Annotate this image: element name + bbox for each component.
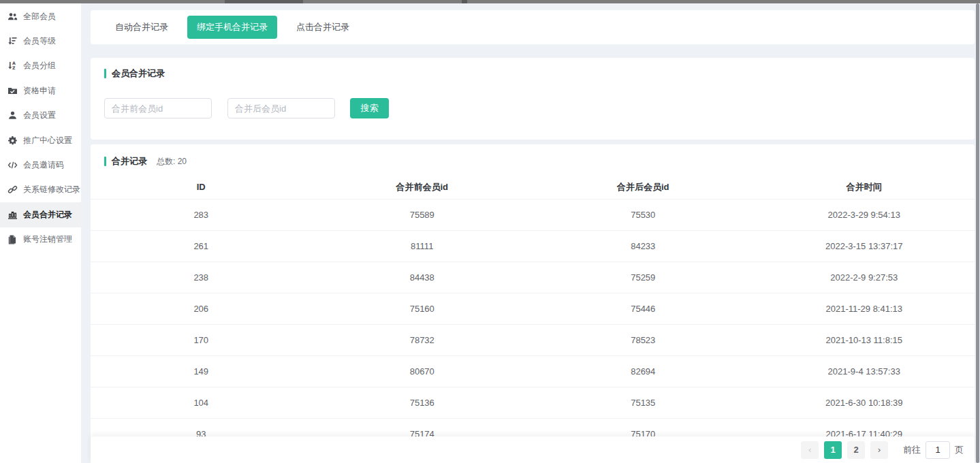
cell-after-id: 78523 (533, 324, 754, 355)
sidebar-item-label: 推广中心设置 (23, 135, 72, 146)
table-row: 104 75136 75135 2021-6-30 10:18:39 (91, 387, 975, 418)
cell-after-id: 75446 (533, 293, 754, 324)
cell-before-id: 84438 (312, 261, 533, 293)
goto-label: 前往 (903, 444, 921, 456)
goto-unit-label: 页 (955, 444, 964, 456)
table-row: 283 75589 75530 2022-3-29 9:54:13 (91, 199, 975, 230)
sidebar-item-promotion-settings[interactable]: 推广中心设置 (0, 128, 81, 153)
cell-id: 283 (91, 199, 312, 230)
cell-after-id: 75259 (533, 261, 754, 293)
browser-tab-divider (225, 0, 303, 3)
cell-after-id: 75135 (533, 387, 754, 418)
sidebar-item-member-group[interactable]: AZ 会员分组 (0, 54, 81, 78)
records-section-title: 合并记录 总数: 20 (91, 155, 975, 167)
cell-after-id: 84233 (533, 230, 754, 261)
cell-id: 149 (91, 355, 312, 387)
user-icon (7, 110, 18, 121)
cell-merge-time: 2021-10-13 11:8:15 (754, 324, 975, 355)
pager: ‹ 1 2 › (801, 441, 888, 459)
accent-bar (104, 157, 106, 166)
cell-before-id: 78732 (312, 324, 533, 355)
main-content: 自动合并记录 绑定手机合并记录 点击合并记录 会员合并记录 搜索 合并记录 总数… (91, 3, 975, 463)
tab-click-merge[interactable]: 点击合并记录 (287, 16, 359, 39)
cell-before-id: 75160 (312, 293, 533, 324)
col-header-merge-time: 合并时间 (754, 176, 975, 199)
accent-bar (104, 69, 106, 78)
table-row: 261 81111 84233 2022-3-15 13:37:17 (91, 230, 975, 261)
folder-check-icon (7, 86, 18, 96)
cell-before-id: 75136 (312, 387, 533, 418)
col-header-id: ID (91, 176, 312, 199)
sidebar-item-label: 全部会员 (23, 11, 56, 22)
cell-before-id: 80670 (312, 355, 533, 387)
tab-bar: 自动合并记录 绑定手机合并记录 点击合并记录 (91, 10, 975, 44)
table-row: 206 75160 75446 2021-11-29 8:41:13 (91, 293, 975, 324)
sidebar-item-label: 会员等级 (23, 35, 56, 47)
sidebar-item-label: 会员合并记录 (23, 209, 72, 221)
svg-text:Z: Z (12, 65, 16, 70)
tab-auto-merge[interactable]: 自动合并记录 (106, 16, 178, 39)
cell-id: 261 (91, 230, 312, 261)
cell-after-id: 75530 (533, 199, 754, 230)
sidebar-item-label: 会员设置 (23, 110, 56, 121)
before-member-id-input[interactable] (104, 98, 212, 118)
bar-chart-icon (7, 210, 18, 220)
sidebar-item-relation-log[interactable]: 关系链修改记录 (0, 178, 81, 202)
gear-icon (7, 135, 18, 146)
cell-before-id: 81111 (312, 230, 533, 261)
vertical-scrollbar[interactable] (976, 3, 979, 463)
cell-merge-time: 2021-11-29 8:41:13 (754, 293, 975, 324)
page-button-2[interactable]: 2 (847, 441, 865, 459)
table-row: 238 84438 75259 2022-2-9 9:27:53 (91, 261, 975, 293)
sort-alpha-icon: AZ (7, 61, 18, 71)
tab-bind-phone-merge[interactable]: 绑定手机合并记录 (187, 16, 277, 39)
sidebar-item-label: 会员分组 (23, 60, 56, 71)
cell-id: 206 (91, 293, 312, 324)
records-total: 总数: 20 (157, 156, 187, 167)
users-icon (7, 12, 18, 22)
cell-merge-time: 2022-2-9 9:27:53 (754, 261, 975, 293)
cell-after-id: 82694 (533, 355, 754, 387)
col-header-after-id: 合并后会员id (533, 176, 754, 199)
sidebar-item-invite-code[interactable]: 会员邀请码 (0, 153, 81, 177)
link-icon (7, 185, 18, 195)
sidebar-item-merge-records[interactable]: 会员合并记录 (0, 202, 81, 227)
pagination-bar: ‹ 1 2 › 前往 页 (91, 436, 975, 463)
goto-page-input[interactable] (926, 441, 950, 459)
table-header-row: ID 合并前会员id 合并后会员id 合并时间 (91, 176, 975, 199)
sidebar: 全部会员 会员等级 AZ 会员分组 资格申请 会员设置 推广中心设置 会员邀请 (0, 3, 81, 463)
sidebar-item-label: 资格申请 (23, 85, 56, 97)
code-icon (7, 160, 18, 170)
col-header-before-id: 合并前会员id (312, 176, 533, 199)
next-page-button[interactable]: › (870, 441, 888, 459)
sidebar-item-all-members[interactable]: 全部会员 (0, 4, 81, 29)
goto-page: 前往 页 (903, 441, 964, 459)
prev-page-button[interactable]: ‹ (801, 441, 819, 459)
cell-id: 104 (91, 387, 312, 418)
sidebar-item-label: 账号注销管理 (23, 234, 72, 245)
sidebar-item-qualification[interactable]: 资格申请 (0, 78, 81, 103)
sort-numeric-icon (7, 36, 18, 46)
sidebar-item-member-settings[interactable]: 会员设置 (0, 103, 81, 128)
search-card: 会员合并记录 搜索 (91, 58, 975, 140)
page-button-1[interactable]: 1 (824, 441, 842, 459)
sidebar-item-account-cancel[interactable]: 账号注销管理 (0, 227, 81, 252)
cell-merge-time: 2022-3-15 13:37:17 (754, 230, 975, 261)
sidebar-item-member-level[interactable]: 会员等级 (0, 29, 81, 53)
records-table: ID 合并前会员id 合并后会员id 合并时间 283 75589 75530 … (91, 176, 975, 449)
file-icon (7, 234, 18, 244)
browser-top-edge (0, 0, 980, 3)
cell-merge-time: 2021-6-30 10:18:39 (754, 387, 975, 418)
records-card: 合并记录 总数: 20 ID 合并前会员id 合并后会员id 合并时间 283 … (91, 144, 975, 463)
cell-merge-time: 2021-9-4 13:57:33 (754, 355, 975, 387)
search-section-title: 会员合并记录 (104, 67, 961, 80)
sidebar-item-label: 会员邀请码 (23, 159, 64, 171)
cell-merge-time: 2022-3-29 9:54:13 (754, 199, 975, 230)
table-row: 149 80670 82694 2021-9-4 13:57:33 (91, 355, 975, 387)
search-title: 会员合并记录 (112, 67, 165, 80)
search-button[interactable]: 搜索 (350, 98, 389, 118)
after-member-id-input[interactable] (227, 98, 335, 118)
records-title: 合并记录 (112, 155, 147, 167)
browser-tab-divider (462, 0, 467, 3)
table-row: 170 78732 78523 2021-10-13 11:8:15 (91, 324, 975, 355)
